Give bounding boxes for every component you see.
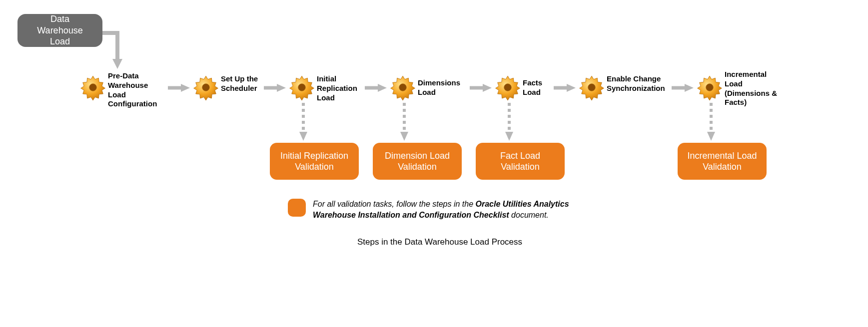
gear-icon [495,74,521,100]
validation-box-1: Initial Replication Validation [270,143,359,180]
validation-box-3: Fact Load Validation [476,143,565,180]
arrow-step3-to-val1 [299,103,308,141]
step-label-5: Facts Load [523,78,553,97]
svg-point-22 [588,84,596,91]
arrow-step4-to-val2 [400,103,409,141]
svg-marker-6 [277,84,286,92]
header-box: Data Warehouse Load [17,14,102,47]
arrow-step5-to-val3 [505,103,514,141]
svg-point-17 [504,84,512,91]
svg-marker-27 [707,132,715,141]
legend-suffix: document. [509,211,549,219]
step-label-3: Initial Replication Load [317,74,365,102]
arrow-step6-to-step7 [672,83,694,92]
step-label-7: Incremental Load (Dimensions & Facts) [725,70,779,107]
gear-icon [193,74,219,100]
arrow-step2-to-step3 [264,83,286,92]
legend-prefix: For all validation tasks, follow the ste… [313,200,476,208]
gear-icon [697,74,723,100]
step-label-1: Pre-Data Warehouse Load Configuration [108,71,167,109]
step-label-4: Dimensions Load [418,78,468,97]
svg-point-12 [399,84,407,91]
step-label-6: Enable Change Synchronization [607,74,672,93]
validation-box-4: Incremental Load Validation [678,143,767,180]
header-title: Data Warehouse Load [26,13,93,47]
svg-point-25 [706,84,714,91]
svg-marker-24 [685,84,694,92]
svg-marker-3 [181,84,190,92]
diagram-caption: Steps in the Data Warehouse Load Process [350,237,530,247]
svg-point-7 [298,84,306,91]
arrow-step4-to-step5 [470,83,492,92]
svg-point-4 [202,84,210,91]
svg-marker-14 [400,132,408,141]
gear-icon [579,74,605,100]
gear-icon [289,74,315,100]
svg-marker-0 [112,59,122,69]
step-label-2: Set Up the Scheduler [221,74,264,93]
svg-marker-16 [483,84,492,92]
svg-marker-11 [378,84,387,92]
legend-swatch [288,199,306,217]
svg-marker-19 [505,132,513,141]
arrow-step7-to-val4 [707,103,716,141]
arrow-step5-to-step6 [554,83,576,92]
legend-text: For all validation tasks, follow the ste… [313,199,593,220]
arrow-header-to-step1 [102,29,125,70]
arrow-step3-to-step4 [365,83,387,92]
validation-label-2: Dimension Load Validation [380,150,455,173]
validation-label-3: Fact Load Validation [483,150,558,173]
validation-label-1: Initial Replication Validation [277,150,352,173]
svg-marker-21 [567,84,576,92]
gear-icon [80,74,106,100]
svg-marker-9 [299,132,307,141]
arrow-step1-to-step2 [168,83,190,92]
validation-box-2: Dimension Load Validation [373,143,462,180]
gear-icon [390,74,416,100]
svg-point-1 [89,84,97,91]
validation-label-4: Incremental Load Validation [685,150,760,173]
